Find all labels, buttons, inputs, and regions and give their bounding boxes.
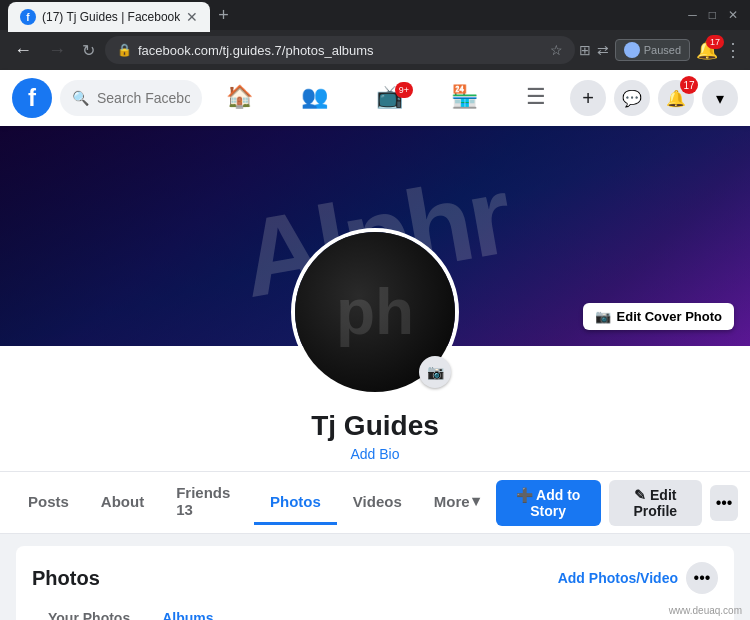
more-chevron-icon: ▾	[472, 492, 480, 510]
lock-icon: 🔒	[117, 43, 132, 57]
profile-pic-camera-button[interactable]: 📷	[291, 228, 459, 396]
maximize-icon[interactable]: □	[709, 8, 716, 22]
add-to-story-button[interactable]: ➕ Add to Story	[496, 480, 601, 526]
camera-small-icon: 📷	[427, 364, 444, 380]
add-photos-link[interactable]: Add Photos/Video	[558, 570, 678, 586]
profile-actions: ➕ Add to Story ✎ Edit Profile •••	[496, 480, 738, 526]
back-button[interactable]: ←	[8, 36, 38, 65]
section-actions: Add Photos/Video •••	[558, 562, 718, 594]
deuaq-watermark: www.deuaq.com	[669, 605, 742, 616]
photos-section: Photos Add Photos/Video ••• Your Photos …	[16, 546, 734, 620]
win-controls: ─ □ ✕	[688, 0, 742, 30]
browser-right-icons: ⊞ ⇄ Paused 🔔 17 ⋮	[579, 39, 742, 61]
notifications-nav-button[interactable]: 🔔 17	[658, 80, 694, 116]
extension-icon: ⊞	[579, 42, 591, 58]
nav-home[interactable]: 🏠	[202, 76, 277, 121]
tab-photos[interactable]: Photos	[254, 481, 337, 525]
nav-marketplace[interactable]: 🏪	[427, 76, 502, 121]
edit-cover-label: Edit Cover Photo	[617, 309, 722, 324]
profile-tabs: Posts About Friends 13 Photos Videos Mor…	[0, 472, 750, 534]
section-more-button[interactable]: •••	[686, 562, 718, 594]
friends-count: 13	[176, 501, 193, 518]
menu-grid-icon: ☰	[526, 84, 546, 110]
search-icon: 🔍	[72, 90, 89, 106]
global-notif-badge: 17	[680, 76, 698, 94]
nav-center: 🏠 👥 📺 9+ 🏪 ☰	[202, 76, 570, 121]
notif-badge: 17	[706, 35, 724, 49]
paused-button[interactable]: Paused	[615, 39, 690, 61]
sub-tab-albums[interactable]: Albums	[146, 602, 229, 620]
tab-favicon: f	[20, 9, 36, 25]
notifications-button[interactable]: 🔔 17	[696, 39, 718, 61]
nav-friends[interactable]: 👥	[277, 76, 352, 121]
nav-watch[interactable]: 📺 9+	[352, 76, 427, 121]
paused-label: Paused	[644, 44, 681, 56]
forward-button[interactable]: →	[42, 36, 72, 65]
messenger-button[interactable]: 💬	[614, 80, 650, 116]
nav-right: + 💬 🔔 17 ▾	[570, 80, 738, 116]
tab-title: (17) Tj Guides | Facebook	[42, 10, 180, 24]
bookmark-icon[interactable]: ☆	[550, 42, 563, 58]
edit-profile-button[interactable]: ✎ Edit Profile	[609, 480, 703, 526]
add-bio-link[interactable]: Add Bio	[350, 446, 399, 462]
menu-icon[interactable]: ⋮	[724, 39, 742, 61]
profile-name: Tj Guides	[0, 410, 750, 442]
friends-icon: 👥	[301, 84, 328, 110]
close-window-icon[interactable]: ✕	[728, 8, 738, 22]
browser-tab[interactable]: f (17) Tj Guides | Facebook ✕	[8, 2, 210, 32]
new-tab-button[interactable]: +	[210, 0, 237, 30]
search-input[interactable]	[97, 90, 190, 106]
reload-button[interactable]: ↻	[76, 37, 101, 64]
address-bar-row: ← → ↻ 🔒 facebook.com/tj.guides.7/photos_…	[0, 30, 750, 70]
watch-notif-badge: 9+	[395, 82, 413, 98]
sync-icon: ⇄	[597, 42, 609, 58]
search-box[interactable]: 🔍	[60, 80, 202, 116]
tab-friends[interactable]: Friends 13	[160, 472, 254, 533]
camera-icon: 📷	[595, 309, 611, 324]
nav-menu[interactable]: ☰	[502, 76, 570, 121]
section-title: Photos	[32, 567, 100, 590]
create-button[interactable]: +	[570, 80, 606, 116]
account-menu-button[interactable]: ▾	[702, 80, 738, 116]
sub-tabs: Your Photos Albums	[32, 602, 718, 620]
cover-area: Alphr 📷 Edit Cover Photo ph 📷	[0, 126, 750, 346]
marketplace-icon: 🏪	[451, 84, 478, 110]
home-icon: 🏠	[226, 84, 253, 110]
fb-navbar: f 🔍 🏠 👥 📺 9+ 🏪 ☰ + 💬 🔔 17 ▾	[0, 70, 750, 126]
tab-about[interactable]: About	[85, 481, 160, 525]
sub-tab-your-photos[interactable]: Your Photos	[32, 602, 146, 620]
address-bar[interactable]: 🔒 facebook.com/tj.guides.7/photos_albums…	[105, 36, 575, 64]
user-avatar-small	[624, 42, 640, 58]
more-actions-button[interactable]: •••	[710, 485, 738, 521]
main-content: Photos Add Photos/Video ••• Your Photos …	[0, 534, 750, 620]
tab-more[interactable]: More ▾	[418, 480, 496, 525]
browser-chrome: f (17) Tj Guides | Facebook ✕ + ─ □ ✕	[0, 0, 750, 30]
url-text: facebook.com/tj.guides.7/photos_albums	[138, 43, 544, 58]
fb-logo[interactable]: f	[12, 78, 52, 118]
tab-posts[interactable]: Posts	[12, 481, 85, 525]
minimize-icon[interactable]: ─	[688, 8, 697, 22]
close-icon[interactable]: ✕	[186, 9, 198, 25]
edit-cover-button[interactable]: 📷 Edit Cover Photo	[583, 303, 734, 330]
section-header: Photos Add Photos/Video •••	[32, 562, 718, 594]
tab-videos[interactable]: Videos	[337, 481, 418, 525]
